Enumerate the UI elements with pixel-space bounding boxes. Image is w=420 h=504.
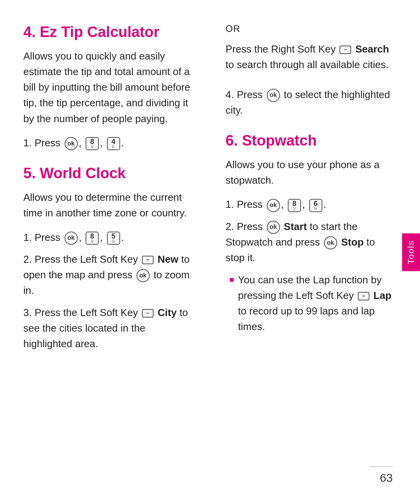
key-6h-sw1: 6H [309, 199, 322, 212]
page-bottom-line [369, 466, 393, 467]
press-right-soft-text: Press the Right Soft Key [226, 43, 336, 55]
key-8v-sw1: 8V [288, 199, 301, 212]
bullet-icon: ■ [229, 274, 234, 286]
key-4f-ez1: 4F [107, 137, 120, 150]
ok-key-sw2b: ok [324, 236, 337, 249]
wc-step3-label: 3. Press the Left Soft Key [23, 307, 141, 318]
ez-tip-step1: 1. Press ok, 8V, 4F. [23, 135, 194, 151]
right-press-soft-key: Press the Right Soft Key – Search to sea… [226, 41, 397, 73]
two-col-layout: 4. Ez Tip Calculator Allows you to quick… [23, 23, 397, 481]
ok-key-sw2: ok [267, 221, 280, 234]
ok-key-ez1: ok [65, 137, 78, 150]
tools-sidebar: Tools [402, 233, 420, 271]
sw-step2-label: 2. Press [226, 221, 262, 232]
left-soft-key-new: – [142, 256, 154, 264]
world-clock-title: 5. World Clock [23, 165, 194, 183]
stopwatch-step2: 2. Press ok Start to start the Stopwatch… [226, 219, 397, 266]
key-8v-wc1: 8V [86, 232, 99, 245]
ok-key-wc2: ok [136, 269, 150, 282]
world-clock-section: 5. World Clock Allows you to determine t… [23, 165, 194, 351]
key-5g-wc1: 5G [107, 232, 120, 245]
page-container: 4. Ez Tip Calculator Allows you to quick… [0, 0, 420, 504]
right-soft-key-search: – [340, 46, 351, 54]
ez-tip-step1-label: 1. Press [23, 137, 60, 149]
wc-step2-label: 2. Press the Left Soft Key [23, 253, 141, 265]
key-8v-ez1: 8V [86, 137, 99, 150]
ok-key-step4: ok [267, 89, 280, 102]
stopwatch-section: 6. Stopwatch Allows you to use your phon… [226, 132, 397, 335]
page-number: 63 [380, 471, 393, 485]
or-label: OR [226, 23, 397, 34]
search-bold: Search [355, 43, 389, 55]
left-column: 4. Ez Tip Calculator Allows you to quick… [23, 23, 202, 481]
left-soft-key-city: – [142, 309, 154, 318]
search-text2: to search through all available cities. [226, 59, 388, 70]
world-clock-body: Allows you to determine the current time… [23, 190, 194, 221]
stopwatch-body: Allows you to use your phone as a stopwa… [226, 157, 397, 188]
world-clock-step3: 3. Press the Left Soft Key – City to see… [23, 305, 194, 352]
stopwatch-bullet: ■ You can use the Lap function by pressi… [226, 272, 397, 335]
right-step4: 4. Press ok to select the highlighted ci… [226, 87, 397, 118]
ez-tip-title: 4. Ez Tip Calculator [23, 23, 194, 41]
stopwatch-step1: 1. Press ok, 8V, 6H. [226, 197, 397, 212]
stopwatch-title: 6. Stopwatch [226, 132, 397, 150]
ok-key-sw1: ok [267, 199, 280, 212]
world-clock-step1: 1. Press ok, 8V, 5G. [23, 230, 194, 245]
step4-label: 4. Press [226, 89, 262, 100]
sw-step1-label: 1. Press [226, 198, 262, 210]
right-column: OR Press the Right Soft Key – Search to … [218, 23, 397, 481]
ez-tip-body: Allows you to quickly and easily estimat… [23, 48, 194, 126]
world-clock-step2: 2. Press the Left Soft Key – New to open… [23, 251, 194, 299]
left-soft-key-lap: – [358, 292, 369, 300]
wc-step1-label: 1. Press [23, 232, 60, 243]
ok-key-wc1: ok [65, 232, 78, 245]
